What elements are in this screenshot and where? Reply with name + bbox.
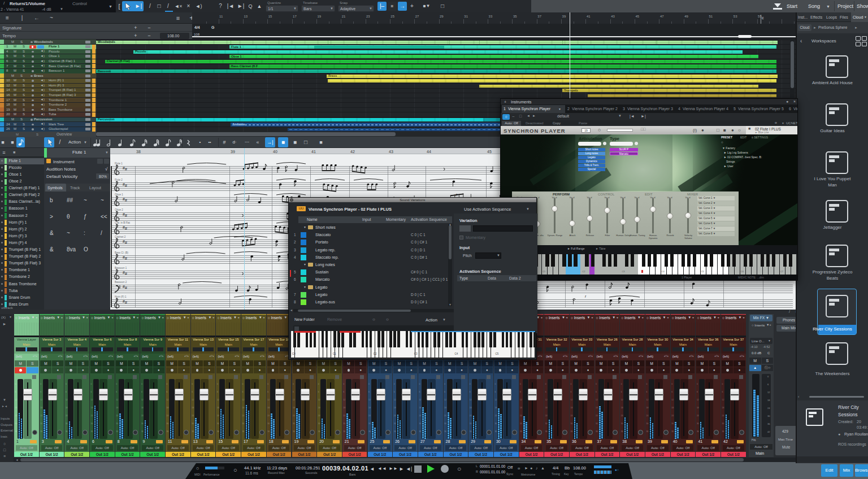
svg-text:#: #: [125, 214, 127, 217]
svg-text:Clarinet 2: Clarinet 2: [115, 236, 126, 238]
svg-text:#: #: [125, 167, 127, 171]
svg-text:#: #: [125, 227, 127, 230]
svg-text:#: #: [125, 286, 127, 290]
svg-text:Bassoon 1: Bassoon 1: [115, 267, 127, 269]
svg-text:38: 38: [136, 150, 141, 154]
svg-text:#: #: [125, 184, 127, 188]
svg-text:Clar. in B Flat: Clar. in B Flat: [115, 221, 131, 224]
svg-text:Horn (F) 1: Horn (F) 1: [115, 295, 127, 298]
svg-text:#: #: [125, 198, 127, 202]
svg-text:42: 42: [350, 150, 355, 154]
svg-text:#: #: [125, 301, 127, 304]
svg-text:Oboe 2: Oboe 2: [115, 208, 123, 211]
svg-text:f: f: [585, 295, 587, 298]
svg-text:#: #: [125, 256, 127, 260]
svg-text:Flute 2: Flute 2: [115, 178, 123, 181]
svg-text:Bassoon 2: Bassoon 2: [115, 281, 127, 284]
svg-text:39: 39: [231, 150, 235, 154]
svg-text:41: 41: [311, 150, 316, 154]
svg-text:Bass Cl. (B): Bass Cl. (B): [115, 251, 129, 254]
svg-text:43: 43: [389, 150, 393, 154]
svg-text:40: 40: [273, 150, 277, 154]
svg-text:Oboe 1: Oboe 1: [115, 193, 123, 196]
svg-text:44: 44: [427, 150, 431, 154]
svg-text:Flute 1: Flute 1: [115, 162, 123, 165]
svg-text:#: #: [125, 272, 127, 276]
svg-text:#: #: [125, 241, 127, 245]
svg-text:45: 45: [487, 150, 492, 154]
